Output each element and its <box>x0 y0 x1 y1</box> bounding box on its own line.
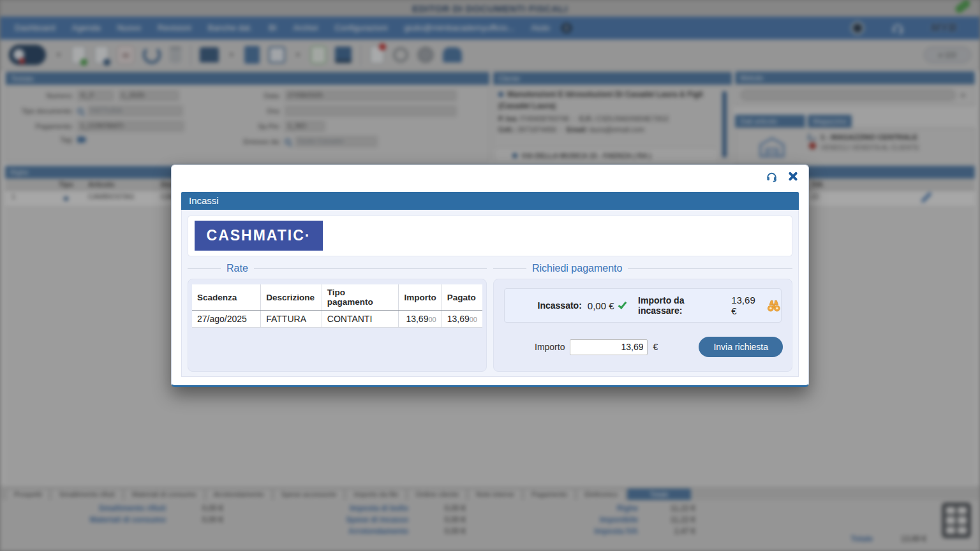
menu-item-banche-dati[interactable]: Banche dat. <box>200 17 260 40</box>
request-payment-row: Importo € Invia richiesta <box>498 337 788 357</box>
magazzino-header: Magazzino <box>808 115 852 128</box>
print-icon[interactable] <box>200 47 219 62</box>
search-icon[interactable] <box>393 47 408 62</box>
total-row: Smaltimento rifiuti0,00 € <box>45 504 223 513</box>
tab-pagamento[interactable]: Pagamento <box>524 489 575 500</box>
menubar-right-icons: MYB <box>850 21 974 35</box>
pagamento-input[interactable]: 1_CONTANTI <box>77 121 184 132</box>
sppie-label: Sp.Pie: <box>234 122 281 130</box>
rate-descrizione: FATTURA <box>261 311 322 328</box>
rate-row[interactable]: 27/ago/2025 FATTURA CONTANTI 13,6900 13,… <box>192 311 482 328</box>
cliente-name: Manutenzioni E Idrosoluzioni Di Casadei … <box>498 89 720 112</box>
edit-pencil-icon[interactable] <box>954 0 972 15</box>
incassi-modal: Incassi CASHMATIC· Rate <box>171 165 809 387</box>
menu-item-bi[interactable]: BI <box>260 17 285 40</box>
tab-totale[interactable]: Totale <box>627 489 690 500</box>
modal-content: CASHMATIC· Rate Scadenz <box>181 210 799 377</box>
close-icon[interactable] <box>787 171 798 182</box>
menu-item-dashboard[interactable]: Dashboard <box>6 17 64 40</box>
notifications-document-icon[interactable] <box>370 46 384 64</box>
grid-dropdown-icon[interactable]: ▼ <box>294 45 302 64</box>
tipo-documento-input[interactable]: FATTURA <box>87 105 183 117</box>
menu-item-account[interactable]: giulio@mimbacademyufficio... <box>396 17 523 40</box>
add-icon[interactable]: + <box>960 90 970 100</box>
invia-richiesta-button[interactable]: Invia richiesta <box>699 337 783 357</box>
users-icon[interactable] <box>443 47 462 62</box>
numero-input-b[interactable]: 1_2025 <box>118 90 179 101</box>
client-dot-icon <box>498 92 503 97</box>
metodo-input[interactable] <box>739 89 956 101</box>
grand-total: Totale 13,69 € <box>851 534 926 543</box>
menu-item-nuovo[interactable]: Nuovo <box>108 17 149 40</box>
main-menubar: Dashboard Agenda Nuovo Revisioni Banche … <box>0 17 980 40</box>
search-icon <box>77 108 84 114</box>
row-number: 1 <box>11 193 15 200</box>
tab-spese-accessorie[interactable]: Spese accessorie <box>274 489 345 500</box>
ora-label: Ora: <box>234 107 281 115</box>
print-dropdown-icon[interactable]: ▼ <box>228 45 235 64</box>
tab-arrotondamento[interactable]: Arrotondamento <box>206 489 272 500</box>
headset-icon[interactable] <box>891 22 904 34</box>
tab-smaltimento-rifiuti[interactable]: Smaltimento rifiuti <box>51 489 122 500</box>
tipo-documento-label: Tipo documento: <box>10 107 73 115</box>
menu-item-agenda[interactable]: Agenda <box>64 17 109 40</box>
tag-icon[interactable] <box>77 136 86 143</box>
preview-icon[interactable] <box>244 46 260 64</box>
total-row: Materiali di consumo0,00 € <box>45 515 223 524</box>
tab-elettronico[interactable]: Elettronico <box>577 489 625 500</box>
col-scadenza: Scadenza <box>192 284 261 311</box>
da-incassare-label: Importo da incassare: <box>638 295 725 316</box>
row-type-icon <box>64 196 68 201</box>
page-title: EDITOR DI DOCUMENTI FISCALI <box>412 3 568 14</box>
menu-item-revisioni[interactable]: Revisioni <box>149 17 200 40</box>
data-input[interactable]: 27/08/2025 <box>285 90 457 101</box>
dati-articolo-header: Dati articolo <box>735 115 805 128</box>
row-iva: -22 <box>809 193 819 200</box>
open-document-icon[interactable] <box>94 46 108 64</box>
header-tool-icon[interactable]: H <box>117 46 134 64</box>
support-headset-icon[interactable] <box>766 170 778 182</box>
richiedi-legend: Richiedi pagamento <box>532 263 622 274</box>
sppie-input[interactable]: 1_NO <box>285 121 325 132</box>
cliente-cell-email: Cell.: 3971874456 · Email: laura@email.c… <box>498 126 720 133</box>
emesso-da-label: Emesso da: <box>234 138 281 145</box>
col-iva: IVA <box>812 180 823 188</box>
grid-view-icon[interactable] <box>269 47 285 63</box>
tab-materiali-consumo[interactable]: Materiali di consumo <box>124 489 204 500</box>
importo-input[interactable] <box>570 339 648 355</box>
menu-item-archivi[interactable]: Archivi <box>285 17 326 40</box>
toolbar-badge[interactable]: e 122 <box>924 47 971 63</box>
rate-panel: Scadenza Descrizione Tipo pagamento Impo… <box>188 279 487 372</box>
settings-gear-icon[interactable] <box>417 47 434 63</box>
col-articolo: Articolo <box>88 180 115 188</box>
export-icon[interactable] <box>311 46 326 64</box>
modal-title: Incassi <box>181 192 799 210</box>
tab-prospetti[interactable]: Prospetti <box>6 489 49 500</box>
emesso-da-input[interactable]: Giulio Casadei <box>295 136 378 147</box>
tab-note-interne[interactable]: Note interne <box>468 489 522 500</box>
menu-item-configurazioni[interactable]: Configurazioni <box>326 17 396 40</box>
new-document-icon[interactable] <box>71 46 85 64</box>
grid-launcher-icon[interactable] <box>942 503 971 538</box>
document-type-dropdown-icon[interactable]: ▼ <box>55 45 63 64</box>
total-row: Righe11,22 € <box>517 504 695 513</box>
tag-label: Tag: <box>10 136 73 143</box>
ora-input[interactable] <box>285 105 457 117</box>
record-icon[interactable] <box>850 21 865 35</box>
info-icon[interactable]: i <box>561 22 572 34</box>
save-icon[interactable] <box>335 47 352 63</box>
binoculars-icon <box>767 299 781 312</box>
scrollbar[interactable] <box>722 91 727 158</box>
delete-icon[interactable] <box>170 47 181 63</box>
cashmatic-logo-text: CASHMATIC· <box>207 227 311 244</box>
metodo-input-row: + <box>735 84 975 106</box>
edit-row-icon[interactable] <box>921 192 932 203</box>
refresh-icon[interactable] <box>143 46 161 64</box>
bottom-tabs: Prospetti Smaltimento rifiuti Materiali … <box>0 486 980 500</box>
incassato-label: Incassato: <box>538 300 582 311</box>
document-type-button[interactable] <box>9 45 46 65</box>
tab-importo-da-file[interactable]: Importo da file <box>346 489 406 500</box>
tab-ordine-cliente[interactable]: Ordine cliente <box>408 489 466 500</box>
menu-item-aiuto[interactable]: Aiuto <box>523 17 558 40</box>
numero-input-a[interactable]: G_F <box>77 90 114 101</box>
